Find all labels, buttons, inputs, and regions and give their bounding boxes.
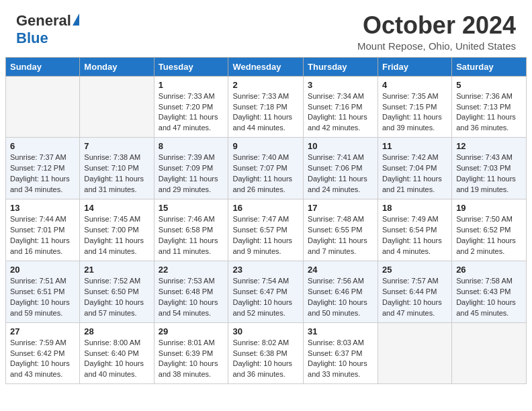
logo: General Blue — [16, 12, 79, 47]
day-number: 25 — [382, 265, 447, 275]
day-number: 8 — [159, 141, 224, 151]
col-header-sunday: Sunday — [6, 57, 80, 76]
day-number: 11 — [382, 141, 447, 151]
day-cell: 21Sunrise: 7:52 AMSunset: 6:50 PMDayligh… — [80, 261, 154, 322]
week-row-4: 20Sunrise: 7:51 AMSunset: 6:51 PMDayligh… — [6, 261, 527, 322]
day-cell: 11Sunrise: 7:42 AMSunset: 7:04 PMDayligh… — [378, 138, 451, 199]
day-info: Sunrise: 7:38 AMSunset: 7:10 PMDaylight:… — [84, 152, 149, 195]
day-number: 1 — [159, 80, 224, 90]
day-cell: 19Sunrise: 7:50 AMSunset: 6:52 PMDayligh… — [452, 199, 527, 261]
day-number: 12 — [456, 141, 522, 151]
day-cell: 3Sunrise: 7:34 AMSunset: 7:16 PMDaylight… — [304, 76, 378, 138]
calendar-outer: SundayMondayTuesdayWednesdayThursdayFrid… — [0, 57, 532, 390]
day-number: 9 — [232, 141, 299, 151]
day-info: Sunrise: 7:57 AMSunset: 6:44 PMDaylight:… — [382, 276, 447, 319]
logo-triangle-icon — [73, 13, 79, 26]
day-cell: 18Sunrise: 7:49 AMSunset: 6:54 PMDayligh… — [378, 199, 451, 261]
day-cell: 31Sunrise: 8:03 AMSunset: 6:37 PMDayligh… — [304, 322, 378, 384]
day-number: 27 — [10, 326, 75, 336]
day-cell: 22Sunrise: 7:53 AMSunset: 6:48 PMDayligh… — [154, 261, 228, 322]
day-cell: 29Sunrise: 8:01 AMSunset: 6:39 PMDayligh… — [154, 322, 228, 384]
page-header: General Blue October 2024 Mount Repose, … — [0, 0, 532, 57]
col-header-friday: Friday — [378, 57, 451, 76]
day-cell: 6Sunrise: 7:37 AMSunset: 7:12 PMDaylight… — [6, 138, 80, 199]
day-cell — [452, 322, 527, 384]
logo-general: General — [16, 12, 71, 30]
day-cell: 7Sunrise: 7:38 AMSunset: 7:10 PMDaylight… — [80, 138, 154, 199]
day-cell: 26Sunrise: 7:58 AMSunset: 6:43 PMDayligh… — [452, 261, 527, 322]
day-cell: 24Sunrise: 7:56 AMSunset: 6:46 PMDayligh… — [304, 261, 378, 322]
day-number: 2 — [232, 80, 299, 90]
day-cell: 9Sunrise: 7:40 AMSunset: 7:07 PMDaylight… — [228, 138, 304, 199]
header-row: SundayMondayTuesdayWednesdayThursdayFrid… — [6, 57, 527, 76]
calendar-table: SundayMondayTuesdayWednesdayThursdayFrid… — [5, 57, 527, 385]
day-number: 6 — [10, 141, 75, 151]
day-number: 28 — [84, 326, 149, 336]
day-info: Sunrise: 8:02 AMSunset: 6:38 PMDaylight:… — [232, 338, 299, 381]
day-info: Sunrise: 7:49 AMSunset: 6:54 PMDaylight:… — [382, 214, 447, 257]
week-row-1: 1Sunrise: 7:33 AMSunset: 7:20 PMDaylight… — [6, 76, 527, 138]
week-row-3: 13Sunrise: 7:44 AMSunset: 7:01 PMDayligh… — [6, 199, 527, 261]
day-info: Sunrise: 7:35 AMSunset: 7:15 PMDaylight:… — [382, 91, 447, 134]
month-title: October 2024 — [357, 12, 516, 39]
day-number: 26 — [456, 265, 522, 275]
day-info: Sunrise: 7:34 AMSunset: 7:16 PMDaylight:… — [308, 91, 373, 134]
day-cell: 14Sunrise: 7:45 AMSunset: 7:00 PMDayligh… — [80, 199, 154, 261]
day-cell: 12Sunrise: 7:43 AMSunset: 7:03 PMDayligh… — [452, 138, 527, 199]
day-cell: 4Sunrise: 7:35 AMSunset: 7:15 PMDaylight… — [378, 76, 451, 138]
col-header-thursday: Thursday — [304, 57, 378, 76]
day-info: Sunrise: 7:37 AMSunset: 7:12 PMDaylight:… — [10, 152, 75, 195]
day-info: Sunrise: 7:56 AMSunset: 6:46 PMDaylight:… — [308, 276, 373, 319]
day-info: Sunrise: 7:47 AMSunset: 6:57 PMDaylight:… — [232, 214, 299, 257]
col-header-monday: Monday — [80, 57, 154, 76]
calendar-header: SundayMondayTuesdayWednesdayThursdayFrid… — [6, 57, 527, 76]
day-number: 16 — [232, 203, 299, 213]
day-info: Sunrise: 7:48 AMSunset: 6:55 PMDaylight:… — [308, 214, 373, 257]
day-info: Sunrise: 8:01 AMSunset: 6:39 PMDaylight:… — [159, 338, 224, 381]
day-info: Sunrise: 7:52 AMSunset: 6:50 PMDaylight:… — [84, 276, 149, 319]
calendar-body: 1Sunrise: 7:33 AMSunset: 7:20 PMDaylight… — [6, 76, 527, 384]
day-number: 23 — [232, 265, 299, 275]
day-info: Sunrise: 8:03 AMSunset: 6:37 PMDaylight:… — [308, 338, 373, 381]
col-header-tuesday: Tuesday — [154, 57, 228, 76]
day-cell: 20Sunrise: 7:51 AMSunset: 6:51 PMDayligh… — [6, 261, 80, 322]
col-header-saturday: Saturday — [452, 57, 527, 76]
logo-blue: Blue — [16, 30, 48, 47]
day-number: 3 — [308, 80, 373, 90]
day-info: Sunrise: 7:51 AMSunset: 6:51 PMDaylight:… — [10, 276, 75, 319]
day-info: Sunrise: 7:59 AMSunset: 6:42 PMDaylight:… — [10, 338, 75, 381]
day-number: 21 — [84, 265, 149, 275]
day-cell — [80, 76, 154, 138]
day-cell: 16Sunrise: 7:47 AMSunset: 6:57 PMDayligh… — [228, 199, 304, 261]
day-number: 24 — [308, 265, 373, 275]
day-info: Sunrise: 8:00 AMSunset: 6:40 PMDaylight:… — [84, 338, 149, 381]
day-cell: 2Sunrise: 7:33 AMSunset: 7:18 PMDaylight… — [228, 76, 304, 138]
day-info: Sunrise: 7:46 AMSunset: 6:58 PMDaylight:… — [159, 214, 224, 257]
day-cell: 10Sunrise: 7:41 AMSunset: 7:06 PMDayligh… — [304, 138, 378, 199]
day-cell — [6, 76, 80, 138]
day-number: 31 — [308, 326, 373, 336]
day-info: Sunrise: 7:39 AMSunset: 7:09 PMDaylight:… — [159, 152, 224, 195]
day-number: 22 — [159, 265, 224, 275]
day-cell: 15Sunrise: 7:46 AMSunset: 6:58 PMDayligh… — [154, 199, 228, 261]
location-title: Mount Repose, Ohio, United States — [357, 40, 516, 52]
day-number: 29 — [159, 326, 224, 336]
day-number: 7 — [84, 141, 149, 151]
day-cell: 28Sunrise: 8:00 AMSunset: 6:40 PMDayligh… — [80, 322, 154, 384]
day-info: Sunrise: 7:33 AMSunset: 7:18 PMDaylight:… — [232, 91, 299, 134]
day-cell: 17Sunrise: 7:48 AMSunset: 6:55 PMDayligh… — [304, 199, 378, 261]
day-info: Sunrise: 7:45 AMSunset: 7:00 PMDaylight:… — [84, 214, 149, 257]
day-cell: 27Sunrise: 7:59 AMSunset: 6:42 PMDayligh… — [6, 322, 80, 384]
day-info: Sunrise: 7:33 AMSunset: 7:20 PMDaylight:… — [159, 91, 224, 134]
day-cell: 25Sunrise: 7:57 AMSunset: 6:44 PMDayligh… — [378, 261, 451, 322]
day-number: 18 — [382, 203, 447, 213]
day-number: 4 — [382, 80, 447, 90]
day-number: 14 — [84, 203, 149, 213]
day-cell: 30Sunrise: 8:02 AMSunset: 6:38 PMDayligh… — [228, 322, 304, 384]
day-cell: 5Sunrise: 7:36 AMSunset: 7:13 PMDaylight… — [452, 76, 527, 138]
week-row-5: 27Sunrise: 7:59 AMSunset: 6:42 PMDayligh… — [6, 322, 527, 384]
col-header-wednesday: Wednesday — [228, 57, 304, 76]
day-info: Sunrise: 7:44 AMSunset: 7:01 PMDaylight:… — [10, 214, 75, 257]
day-cell: 13Sunrise: 7:44 AMSunset: 7:01 PMDayligh… — [6, 199, 80, 261]
day-info: Sunrise: 7:36 AMSunset: 7:13 PMDaylight:… — [456, 91, 522, 134]
